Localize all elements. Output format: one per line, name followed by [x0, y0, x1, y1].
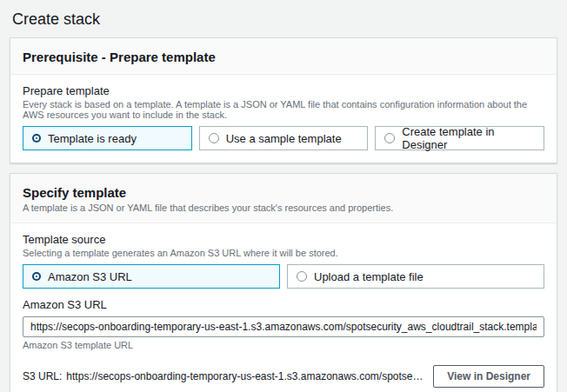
template-source-label: Template source — [23, 233, 544, 246]
amazon-s3-url-label: Amazon S3 URL — [23, 298, 544, 311]
option-amazon-s3-url[interactable]: Amazon S3 URL — [23, 264, 280, 289]
prerequisite-card-body: Prepare template Every stack is based on… — [10, 75, 557, 163]
template-source-options: Amazon S3 URL Upload a template file — [23, 264, 544, 289]
s3-url-summary-label: S3 URL: — [23, 370, 62, 382]
option-label: Amazon S3 URL — [48, 270, 132, 283]
option-create-template-in-designer[interactable]: Create template in Designer — [375, 126, 544, 150]
s3-url-summary-value: https://secops-onboarding-temporary-us-e… — [66, 370, 426, 382]
specify-template-card-subtitle: A template is a JSON or YAML file that d… — [23, 203, 544, 213]
prepare-template-options: Template is ready Use a sample template … — [23, 126, 544, 150]
view-in-designer-button[interactable]: View in Designer — [433, 365, 544, 388]
page-title: Create stack — [10, 9, 557, 37]
specify-template-card-body: Template source Selecting a template gen… — [10, 223, 557, 392]
radio-unselected-icon — [209, 133, 219, 143]
amazon-s3-url-helper-text: Amazon S3 template URL — [23, 340, 544, 350]
s3-url-summary-row: S3 URL: https://secops-onboarding-tempor… — [23, 365, 544, 388]
option-label: Template is ready — [48, 132, 137, 145]
option-label: Create template in Designer — [402, 125, 535, 151]
specify-template-card: Specify template A template is a JSON or… — [10, 173, 557, 392]
radio-unselected-icon — [297, 271, 307, 282]
specify-template-card-header: Specify template A template is a JSON or… — [10, 174, 557, 223]
amazon-s3-url-field: Amazon S3 URL Amazon S3 template URL — [23, 298, 544, 350]
prerequisite-card-header: Prerequisite - Prepare template — [10, 38, 557, 75]
option-label: Use a sample template — [226, 132, 342, 145]
option-template-is-ready[interactable]: Template is ready — [23, 126, 192, 150]
template-source-description: Selecting a template generates an Amazon… — [23, 248, 544, 258]
option-label: Upload a template file — [314, 270, 424, 283]
create-stack-page: Create stack Prerequisite - Prepare temp… — [0, 0, 567, 392]
radio-selected-icon — [34, 274, 39, 279]
prepare-template-description: Every stack is based on a template. A te… — [23, 99, 544, 120]
prepare-template-label: Prepare template — [23, 84, 544, 97]
specify-template-card-title: Specify template — [23, 185, 544, 200]
prerequisite-card-title: Prerequisite - Prepare template — [23, 50, 544, 64]
radio-selected-icon — [34, 136, 39, 141]
prerequisite-card: Prerequisite - Prepare template Prepare … — [10, 37, 557, 163]
amazon-s3-url-input[interactable] — [23, 316, 544, 337]
radio-unselected-icon — [384, 133, 395, 143]
option-use-a-sample-template[interactable]: Use a sample template — [199, 126, 369, 150]
option-upload-a-template-file[interactable]: Upload a template file — [287, 264, 544, 289]
